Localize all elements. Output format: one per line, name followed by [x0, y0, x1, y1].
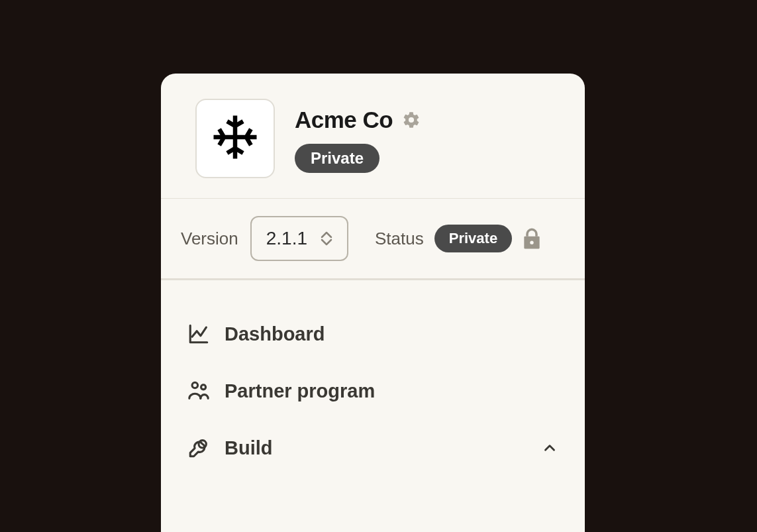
chevron-up-icon — [541, 439, 558, 456]
nav-label: Build — [225, 437, 527, 459]
sidebar-panel: Acme Co Private Version 2.1.1 Status Pri… — [161, 74, 585, 532]
svg-point-3 — [201, 385, 206, 390]
app-title: Acme Co — [295, 107, 393, 133]
svg-point-2 — [192, 382, 198, 388]
app-logo — [195, 99, 275, 178]
nav-item-partner-program[interactable]: Partner program — [161, 362, 585, 419]
wrench-icon — [187, 437, 210, 459]
gear-icon[interactable] — [402, 111, 421, 129]
visibility-badge: Private — [295, 144, 379, 173]
nav: Dashboard Partner program Build — [161, 280, 585, 476]
version-select[interactable]: 2.1.1 — [250, 216, 348, 261]
version-value: 2.1.1 — [266, 228, 307, 249]
svg-point-1 — [530, 240, 533, 244]
status-group: Status Private — [375, 225, 541, 252]
status-badge: Private — [434, 225, 512, 252]
snowflake-icon — [209, 111, 261, 166]
header-info: Acme Co Private — [295, 104, 421, 173]
header: Acme Co Private — [161, 74, 585, 199]
lock-icon — [523, 228, 541, 249]
nav-item-build[interactable]: Build — [161, 419, 585, 476]
nav-item-dashboard[interactable]: Dashboard — [161, 305, 585, 362]
nav-label: Dashboard — [225, 323, 558, 345]
version-label: Version — [181, 229, 238, 249]
people-icon — [187, 380, 210, 402]
subbar: Version 2.1.1 Status Private — [161, 199, 585, 280]
chart-line-icon — [187, 323, 210, 345]
select-chevrons-icon — [321, 231, 332, 246]
status-label: Status — [375, 229, 424, 249]
nav-label: Partner program — [225, 380, 558, 402]
title-row: Acme Co — [295, 107, 421, 133]
